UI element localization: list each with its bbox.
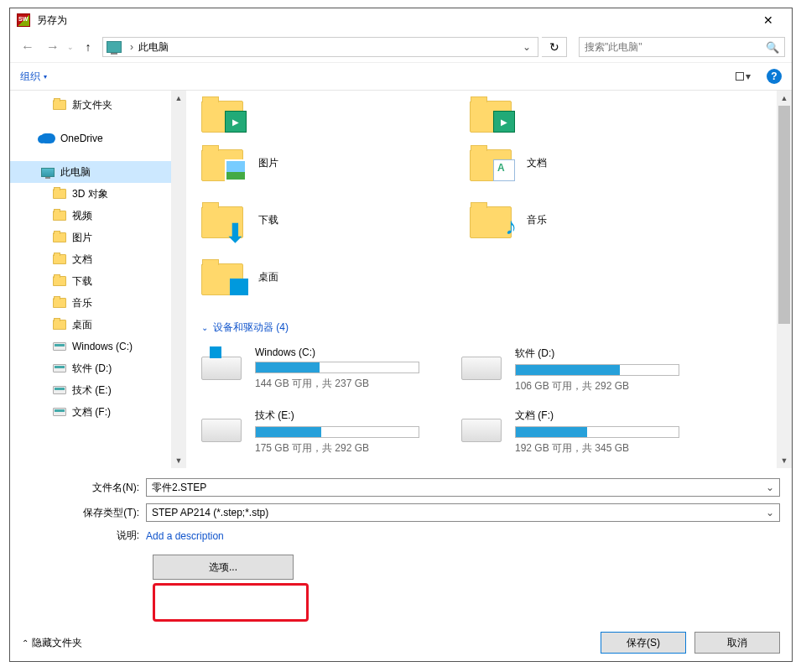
organize-menu[interactable]: 组织 <box>20 70 40 84</box>
nav-pane: 新文件夹OneDrive此电脑3D 对象视频图片文档下载音乐桌面Windows … <box>10 91 171 468</box>
collapse-icon[interactable]: ⌄ <box>201 323 208 332</box>
highlight-annotation <box>153 583 309 622</box>
folder-item[interactable] <box>201 96 470 133</box>
chevron-up-icon: ⌃ <box>22 638 29 648</box>
folder-icon <box>52 98 67 112</box>
folder-icon <box>52 231 67 244</box>
nav-item-label: 软件 (D:) <box>72 362 112 376</box>
close-button[interactable]: ✕ <box>752 13 785 27</box>
nav-item--d-[interactable]: 软件 (D:) <box>10 357 171 379</box>
nav-item-onedrive[interactable]: OneDrive <box>10 128 171 149</box>
drive-name: 文档 (F:) <box>515 409 721 423</box>
folder-item[interactable] <box>470 96 738 133</box>
back-button[interactable]: ← <box>17 36 39 58</box>
filearea-scrollbar[interactable]: ▲ ▼ <box>777 91 792 468</box>
devices-section-header[interactable]: ⌄ 设备和驱动器 (4) <box>201 320 777 335</box>
scroll-down-icon[interactable]: ▼ <box>171 453 186 468</box>
drive-stat: 192 GB 可用，共 345 GB <box>515 441 721 456</box>
forward-button[interactable]: → <box>42 36 64 58</box>
nav-item--[interactable]: 图片 <box>10 227 171 248</box>
devices-header-text: 设备和驱动器 (4) <box>213 320 289 335</box>
folder-item-下载[interactable]: ⬇下载 <box>201 201 470 238</box>
nav-item-label: 技术 (E:) <box>72 383 112 398</box>
nav-item--f-[interactable]: 文档 (F:) <box>10 401 171 423</box>
nav-item--[interactable]: 视频 <box>10 205 171 227</box>
folder-icon <box>52 187 67 201</box>
nav-item--[interactable]: 下载 <box>10 270 171 292</box>
navpane-scrollbar[interactable]: ▲ ▼ <box>171 91 186 468</box>
filename-value: 零件2.STEP <box>152 481 206 495</box>
drive-icon <box>52 405 67 419</box>
description-label: 说明: <box>22 529 146 543</box>
organize-dropdown-icon[interactable]: ▾ <box>44 73 47 81</box>
nav-item--e-[interactable]: 技术 (E:) <box>10 379 171 401</box>
drive-icon <box>201 409 247 442</box>
window-title: 另存为 <box>37 13 752 28</box>
drive-item-技术 (E:)[interactable]: 技术 (E:)175 GB 可用，共 292 GB <box>201 409 461 456</box>
up-button[interactable]: ↑ <box>77 36 99 58</box>
drive-item-软件 (D:)[interactable]: 软件 (D:)106 GB 可用，共 292 GB <box>461 346 721 393</box>
search-input[interactable]: 搜索"此电脑" 🔍 <box>579 37 785 57</box>
help-button[interactable]: ? <box>767 69 782 84</box>
nav-item-label: 新文件夹 <box>72 98 112 112</box>
nav-item-label: 文档 <box>72 253 92 267</box>
folder-item-音乐[interactable]: ♪音乐 <box>470 201 738 238</box>
nav-item-3d-[interactable]: 3D 对象 <box>10 183 171 205</box>
drive-item-文档 (F:)[interactable]: 文档 (F:)192 GB 可用，共 345 GB <box>461 409 721 456</box>
location-text[interactable]: 此电脑 <box>138 40 519 55</box>
search-placeholder: 搜索"此电脑" <box>585 40 766 55</box>
drive-icon <box>52 340 67 353</box>
footer: ⌃ 隐藏文件夹 保存(S) 取消 <box>10 624 792 661</box>
options-button[interactable]: 选项... <box>153 555 294 580</box>
folder-icon: ⬇ <box>201 201 248 238</box>
folder-label: 文档 <box>527 156 547 170</box>
drive-icon <box>52 383 67 397</box>
folder-icon <box>201 144 248 181</box>
filetype-field[interactable]: STEP AP214 (*.step;*.stp) ⌄ <box>146 503 780 522</box>
drive-item-Windows (C:)[interactable]: Windows (C:)144 GB 可用，共 237 GB <box>201 346 461 393</box>
cancel-button[interactable]: 取消 <box>694 632 780 654</box>
folder-label: 桌面 <box>258 270 278 284</box>
nav-item--[interactable]: 新文件夹 <box>10 94 171 116</box>
scroll-up-icon[interactable]: ▲ <box>777 91 792 106</box>
address-dropdown-icon[interactable]: ⌄ <box>519 41 534 53</box>
nav-item-label: OneDrive <box>60 133 103 144</box>
nav-item-label: 桌面 <box>72 318 92 332</box>
drive-name: Windows (C:) <box>255 346 461 358</box>
folder-item-文档[interactable]: 文档 <box>470 144 738 181</box>
drive-stat: 175 GB 可用，共 292 GB <box>255 441 461 456</box>
address-bar[interactable]: › 此电脑 ⌄ <box>102 37 538 57</box>
nav-item--[interactable]: 此电脑 <box>10 161 171 183</box>
titlebar: 另存为 ✕ <box>10 8 792 32</box>
nav-item--[interactable]: 文档 <box>10 248 171 270</box>
nav-item--[interactable]: 桌面 <box>10 314 171 336</box>
chevron-icon[interactable]: › <box>130 41 133 53</box>
folder-item-图片[interactable]: 图片 <box>201 144 470 181</box>
nav-item-windows-c-[interactable]: Windows (C:) <box>10 336 171 357</box>
folder-item-桌面[interactable]: 桌面 <box>201 258 470 295</box>
refresh-button[interactable]: ↻ <box>542 37 567 57</box>
drive-name: 技术 (E:) <box>255 409 461 423</box>
toolbar: 组织 ▾ ▾ ? <box>10 62 792 91</box>
folder-icon <box>52 274 67 288</box>
history-dropdown-icon[interactable]: ⌄ <box>67 43 74 51</box>
scroll-thumb[interactable] <box>778 106 790 324</box>
filetype-dropdown-icon[interactable]: ⌄ <box>766 507 774 518</box>
search-icon[interactable]: 🔍 <box>766 41 779 54</box>
filename-field[interactable]: 零件2.STEP ⌄ <box>146 478 780 497</box>
file-area: 图片文档⬇下载♪音乐桌面 ⌄ 设备和驱动器 (4) Windows (C:)14… <box>186 91 792 468</box>
filename-dropdown-icon[interactable]: ⌄ <box>766 482 774 493</box>
hide-folders-toggle[interactable]: ⌃ 隐藏文件夹 <box>22 636 82 650</box>
drive-usage-bar <box>515 426 679 438</box>
scroll-down-icon[interactable]: ▼ <box>777 453 792 468</box>
save-button[interactable]: 保存(S) <box>601 632 686 654</box>
folder-icon <box>52 253 67 266</box>
drive-usage-bar <box>515 364 679 376</box>
nav-item--[interactable]: 音乐 <box>10 292 171 314</box>
pc-icon <box>40 165 55 179</box>
add-description-link[interactable]: Add a description <box>146 530 224 542</box>
view-button[interactable]: ▾ <box>730 67 757 86</box>
scroll-up-icon[interactable]: ▲ <box>171 91 186 106</box>
app-icon <box>17 13 30 27</box>
folder-icon <box>201 96 248 133</box>
